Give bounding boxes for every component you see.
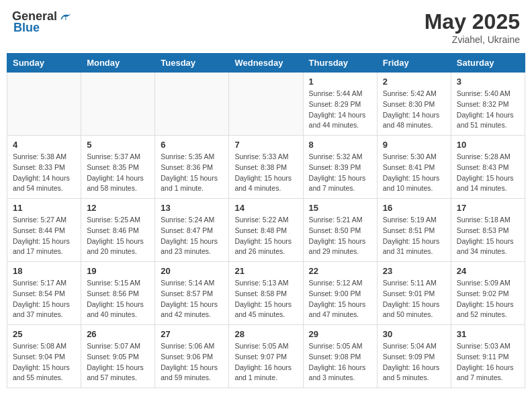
weekday-header: Tuesday xyxy=(155,54,229,73)
calendar-cell: 10Sunrise: 5:28 AMSunset: 8:43 PMDayligh… xyxy=(451,136,525,199)
day-number: 17 xyxy=(457,203,519,213)
day-info: Sunrise: 5:09 AMSunset: 9:02 PMDaylight:… xyxy=(457,278,519,320)
day-number: 10 xyxy=(457,140,519,150)
day-info: Sunrise: 5:08 AMSunset: 9:04 PMDaylight:… xyxy=(13,341,75,383)
weekday-header: Monday xyxy=(81,54,155,73)
calendar-table: SundayMondayTuesdayWednesdayThursdayFrid… xyxy=(7,53,525,388)
calendar-cell: 29Sunrise: 5:05 AMSunset: 9:08 PMDayligh… xyxy=(303,325,377,388)
calendar-week-row: 25Sunrise: 5:08 AMSunset: 9:04 PMDayligh… xyxy=(7,325,525,388)
day-number: 9 xyxy=(383,140,445,150)
calendar-cell: 31Sunrise: 5:03 AMSunset: 9:11 PMDayligh… xyxy=(451,325,525,388)
logo-bird-icon xyxy=(58,10,72,24)
weekday-header: Thursday xyxy=(303,54,377,73)
day-info: Sunrise: 5:30 AMSunset: 8:41 PMDaylight:… xyxy=(383,152,445,194)
day-number: 18 xyxy=(13,266,75,276)
calendar-cell: 6Sunrise: 5:35 AMSunset: 8:36 PMDaylight… xyxy=(155,136,229,199)
day-info: Sunrise: 5:05 AMSunset: 9:07 PMDaylight:… xyxy=(234,341,297,383)
calendar-cell xyxy=(229,73,303,136)
day-info: Sunrise: 5:35 AMSunset: 8:36 PMDaylight:… xyxy=(161,152,223,194)
day-info: Sunrise: 5:13 AMSunset: 8:58 PMDaylight:… xyxy=(234,278,297,320)
day-number: 11 xyxy=(13,203,75,213)
calendar-week-row: 18Sunrise: 5:17 AMSunset: 8:54 PMDayligh… xyxy=(7,262,525,325)
weekday-header-row: SundayMondayTuesdayWednesdayThursdayFrid… xyxy=(7,54,525,73)
logo-blue: Blue xyxy=(13,21,40,35)
calendar-cell: 11Sunrise: 5:27 AMSunset: 8:44 PMDayligh… xyxy=(7,199,81,262)
day-info: Sunrise: 5:04 AMSunset: 9:09 PMDaylight:… xyxy=(383,341,445,383)
day-number: 13 xyxy=(161,203,223,213)
day-number: 27 xyxy=(161,329,223,339)
calendar-cell: 23Sunrise: 5:11 AMSunset: 9:01 PMDayligh… xyxy=(377,262,451,325)
day-info: Sunrise: 5:14 AMSunset: 8:57 PMDaylight:… xyxy=(161,278,223,320)
day-info: Sunrise: 5:28 AMSunset: 8:43 PMDaylight:… xyxy=(457,152,519,194)
day-info: Sunrise: 5:05 AMSunset: 9:08 PMDaylight:… xyxy=(309,341,371,383)
day-info: Sunrise: 5:03 AMSunset: 9:11 PMDaylight:… xyxy=(457,341,519,383)
day-number: 8 xyxy=(309,140,371,150)
day-number: 1 xyxy=(309,77,371,87)
calendar-cell: 2Sunrise: 5:42 AMSunset: 8:30 PMDaylight… xyxy=(377,73,451,136)
calendar-cell: 28Sunrise: 5:05 AMSunset: 9:07 PMDayligh… xyxy=(229,325,303,388)
day-info: Sunrise: 5:37 AMSunset: 8:35 PMDaylight:… xyxy=(87,152,149,194)
day-number: 3 xyxy=(457,77,519,87)
calendar-title: May 2025 xyxy=(425,9,520,34)
calendar-cell: 26Sunrise: 5:07 AMSunset: 9:05 PMDayligh… xyxy=(81,325,155,388)
day-info: Sunrise: 5:15 AMSunset: 8:56 PMDaylight:… xyxy=(87,278,149,320)
weekday-header: Friday xyxy=(377,54,451,73)
weekday-header: Sunday xyxy=(7,54,81,73)
calendar-cell: 14Sunrise: 5:22 AMSunset: 8:48 PMDayligh… xyxy=(229,199,303,262)
day-number: 6 xyxy=(161,140,223,150)
calendar-week-row: 11Sunrise: 5:27 AMSunset: 8:44 PMDayligh… xyxy=(7,199,525,262)
day-info: Sunrise: 5:06 AMSunset: 9:06 PMDaylight:… xyxy=(161,341,223,383)
day-info: Sunrise: 5:18 AMSunset: 8:53 PMDaylight:… xyxy=(457,215,519,257)
day-number: 4 xyxy=(13,140,75,150)
day-info: Sunrise: 5:25 AMSunset: 8:46 PMDaylight:… xyxy=(87,215,149,257)
calendar-cell: 4Sunrise: 5:38 AMSunset: 8:33 PMDaylight… xyxy=(7,136,81,199)
day-number: 22 xyxy=(309,266,371,276)
calendar-cell: 17Sunrise: 5:18 AMSunset: 8:53 PMDayligh… xyxy=(451,199,525,262)
calendar-cell: 5Sunrise: 5:37 AMSunset: 8:35 PMDaylight… xyxy=(81,136,155,199)
day-info: Sunrise: 5:12 AMSunset: 9:00 PMDaylight:… xyxy=(309,278,371,320)
calendar-location: Zviahel, Ukraine xyxy=(425,34,520,45)
day-info: Sunrise: 5:38 AMSunset: 8:33 PMDaylight:… xyxy=(13,152,75,194)
day-number: 31 xyxy=(457,329,519,339)
day-info: Sunrise: 5:24 AMSunset: 8:47 PMDaylight:… xyxy=(161,215,223,257)
calendar-cell xyxy=(7,73,81,136)
calendar-cell: 1Sunrise: 5:44 AMSunset: 8:29 PMDaylight… xyxy=(303,73,377,136)
calendar-cell: 20Sunrise: 5:14 AMSunset: 8:57 PMDayligh… xyxy=(155,262,229,325)
calendar-cell: 27Sunrise: 5:06 AMSunset: 9:06 PMDayligh… xyxy=(155,325,229,388)
day-number: 5 xyxy=(87,140,149,150)
calendar-cell: 15Sunrise: 5:21 AMSunset: 8:50 PMDayligh… xyxy=(303,199,377,262)
calendar-cell: 16Sunrise: 5:19 AMSunset: 8:51 PMDayligh… xyxy=(377,199,451,262)
calendar-cell xyxy=(81,73,155,136)
day-info: Sunrise: 5:22 AMSunset: 8:48 PMDaylight:… xyxy=(234,215,297,257)
calendar-cell xyxy=(155,73,229,136)
weekday-header: Wednesday xyxy=(229,54,303,73)
day-number: 16 xyxy=(383,203,445,213)
logo: General Blue xyxy=(12,9,72,35)
calendar-cell: 21Sunrise: 5:13 AMSunset: 8:58 PMDayligh… xyxy=(229,262,303,325)
day-number: 25 xyxy=(13,329,75,339)
day-number: 19 xyxy=(87,266,149,276)
calendar-cell: 25Sunrise: 5:08 AMSunset: 9:04 PMDayligh… xyxy=(7,325,81,388)
day-number: 23 xyxy=(383,266,445,276)
calendar-cell: 3Sunrise: 5:40 AMSunset: 8:32 PMDaylight… xyxy=(451,73,525,136)
calendar-cell: 7Sunrise: 5:33 AMSunset: 8:38 PMDaylight… xyxy=(229,136,303,199)
day-info: Sunrise: 5:17 AMSunset: 8:54 PMDaylight:… xyxy=(13,278,75,320)
day-info: Sunrise: 5:11 AMSunset: 9:01 PMDaylight:… xyxy=(383,278,445,320)
calendar-cell: 18Sunrise: 5:17 AMSunset: 8:54 PMDayligh… xyxy=(7,262,81,325)
page-header: General Blue May 2025 Zviahel, Ukraine xyxy=(7,7,525,48)
day-info: Sunrise: 5:42 AMSunset: 8:30 PMDaylight:… xyxy=(383,89,445,131)
calendar-cell: 22Sunrise: 5:12 AMSunset: 9:00 PMDayligh… xyxy=(303,262,377,325)
calendar-cell: 30Sunrise: 5:04 AMSunset: 9:09 PMDayligh… xyxy=(377,325,451,388)
calendar-cell: 9Sunrise: 5:30 AMSunset: 8:41 PMDaylight… xyxy=(377,136,451,199)
calendar-week-row: 4Sunrise: 5:38 AMSunset: 8:33 PMDaylight… xyxy=(7,136,525,199)
calendar-week-row: 1Sunrise: 5:44 AMSunset: 8:29 PMDaylight… xyxy=(7,73,525,136)
day-info: Sunrise: 5:33 AMSunset: 8:38 PMDaylight:… xyxy=(234,152,297,194)
day-number: 26 xyxy=(87,329,149,339)
day-number: 21 xyxy=(234,266,297,276)
day-number: 30 xyxy=(383,329,445,339)
day-number: 2 xyxy=(383,77,445,87)
day-number: 14 xyxy=(234,203,297,213)
day-number: 7 xyxy=(234,140,297,150)
day-number: 28 xyxy=(234,329,297,339)
day-info: Sunrise: 5:40 AMSunset: 8:32 PMDaylight:… xyxy=(457,89,519,131)
